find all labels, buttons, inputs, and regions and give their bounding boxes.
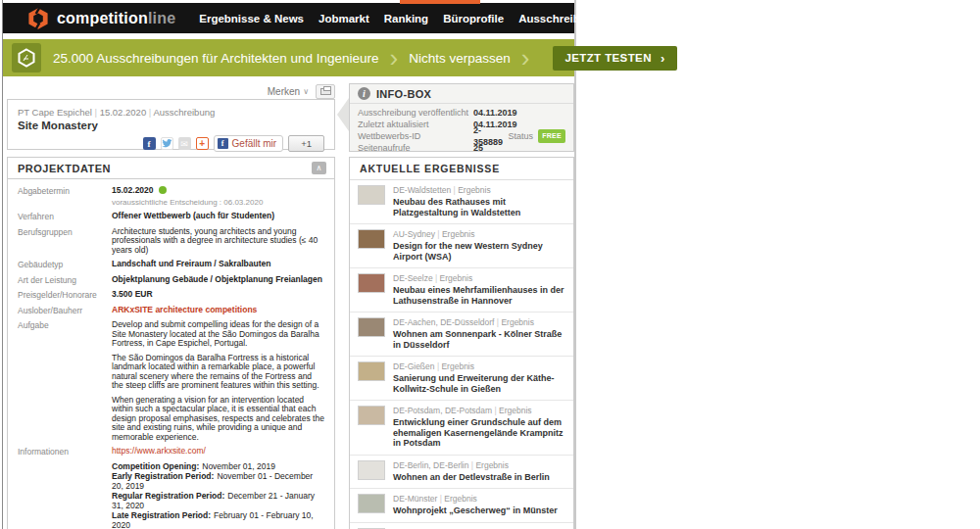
chevron-separator-icon: › [521,43,530,72]
chevron-down-icon: ∨ [303,87,309,96]
banner-headline: 25.000 Ausschreibungen für Architekten u… [53,51,379,66]
page-title: Site Monastery [18,120,324,131]
info-row: Wettbewerbs-ID 2-358889 Status Free [358,130,565,142]
result-thumbnail [358,229,385,249]
result-thumbnail [358,460,385,480]
projektdaten-panel: PROJEKTDATEN ∧ Abgabetermin 15.02.2020 v… [7,157,335,529]
field-verfahren: Verfahren Offener Wettbewerb (auch für S… [18,212,324,222]
field-preisgelder: Preisgelder/Honorare 3.500 EUR [18,290,324,301]
screenshot-canvas: competitionline Ergebnisse & News Jobmar… [0,0,980,529]
hamburger-menu-icon[interactable] [680,8,697,28]
active-tab-indicator [400,0,480,4]
nav-items: Ergebnisse & News Jobmarkt Ranking Bürop… [199,13,613,24]
breadcrumb-type: Ausschreibung [146,107,215,118]
top-nav: competitionline Ergebnisse & News Jobmar… [3,3,574,33]
projektdaten-body: Abgabetermin 15.02.2020 voraussichtliche… [8,179,334,529]
brand-name: competitionline [57,10,175,27]
field-gebaeudetyp: Gebäudetyp Landschaft und Freiraum / Sak… [18,260,324,270]
info-box-title: INFO-BOX [376,88,431,100]
page: competitionline Ergebnisse & News Jobmar… [2,0,576,529]
print-button[interactable] [316,84,335,99]
result-thumbnail [358,185,385,205]
nav-item-bueroprofile[interactable]: Büroprofile [443,13,504,24]
aufgabe-paragraph: The São Domingos da Baralha Fortress is … [112,354,324,391]
info-box-body: Ausschreibung veröffentlicht 04.11.2019 … [350,104,573,152]
facebook-like-button[interactable]: f Gefällt mir [214,135,284,152]
merken-dropdown[interactable]: Merken ∨ [268,86,309,97]
chevron-separator-icon: › [390,43,399,72]
banner-hexagon-icon [12,43,41,72]
jetzt-testen-button[interactable]: JETZT TESTEN › [553,46,676,71]
listing-toolbar: Merken ∨ [7,83,335,99]
field-art-der-leistung: Art der Leistung Objektplanung Gebäude /… [18,275,324,286]
projektdaten-title: PROJEKTDATEN [18,163,111,174]
field-informationen: Informationen https://www.arkxsite.com/ … [18,447,324,529]
result-list-item[interactable]: DE-Aachen, DE-DüsseldorfErgebnis Wohnen … [350,313,573,357]
result-thumbnail [358,494,385,513]
competition-schedule: Competition Opening:November 01, 2019 Ea… [112,461,324,529]
result-list-item[interactable]: DE-WaldstettenErgebnis Neubau des Rathau… [350,180,573,224]
info-icon: i [358,87,370,100]
result-list-item[interactable]: DE-Potsdam, DE-PotsdamErgebnis Entwicklu… [350,401,573,456]
field-aufgabe: Aufgabe Develop and submit compelling id… [18,320,324,442]
login-link[interactable]: Anmelden [613,13,664,24]
aufgabe-paragraph: Develop and submit compelling ideas for … [112,320,324,349]
info-row: Seitenaufrufe 25 [358,142,565,152]
facebook-share-icon[interactable]: f [143,137,156,150]
info-website-link[interactable]: https://www.arkxsite.com/ [112,446,206,456]
result-list-item[interactable]: DE-Hamburg, DE-HamburgErgebnis HafenCity… [350,523,573,529]
aktuelle-ergebnisse-panel: AKTUELLE ERGEBNISSE DE-WaldstettenErgebn… [349,157,574,529]
info-box: i INFO-BOX Ausschreibung veröffentlicht … [349,83,574,152]
arrow-right-icon: › [661,51,665,66]
logo[interactable]: competitionline [26,7,175,30]
result-list-item[interactable]: DE-Berlin, DE-BerlinErgebnis Wohnen an d… [350,456,573,490]
nav-item-ranking[interactable]: Ranking [384,13,428,24]
nav-item-ergebnisse-news[interactable]: Ergebnisse & News [199,13,304,24]
nav-item-ausschreibungen[interactable]: Ausschreibungen [518,13,613,24]
deadline-status-dot [159,186,167,194]
nav-item-jobmarkt[interactable]: Jobmarkt [318,13,369,24]
collapse-sidebar-arrow[interactable] [337,98,349,131]
breadcrumb: PT Cape Espichel15.02.2020Ausschreibung [18,107,324,118]
aktuelle-ergebnisse-title: AKTUELLE ERGEBNISSE [350,158,573,180]
status-label: Status [509,130,534,142]
auslober-link[interactable]: ARKxSITE architecture competitions [112,306,324,316]
result-thumbnail [358,273,385,293]
google-plus-one-button[interactable]: +1 [288,135,324,152]
aufgabe-paragraph: When generating a vision for an interven… [112,396,324,443]
field-abgabetermin: Abgabetermin 15.02.2020 voraussichtliche… [18,186,324,207]
result-thumbnail [358,361,385,381]
result-list-item[interactable]: DE-GießenErgebnis Sanierung und Erweiter… [350,357,573,401]
result-list-item[interactable]: DE-SeelzeErgebnis Neubau eines Mehrfamil… [350,268,573,313]
info-box-header: i INFO-BOX [350,84,573,104]
result-list-item[interactable]: AU-SydneyErgebnis Design for the new Wes… [350,224,573,268]
decision-note: voraussichtliche Entscheidung : 06.03.20… [112,198,324,208]
projektdaten-header: PROJEKTDATEN ∧ [8,158,334,179]
info-row: Ausschreibung veröffentlicht 04.11.2019 [358,107,565,119]
twitter-share-icon[interactable] [161,137,173,150]
banner-tagline: Nichts verpassen [409,51,511,66]
result-thumbnail [358,317,385,337]
side-column: i INFO-BOX Ausschreibung veröffentlicht … [349,83,574,529]
field-berufsgruppen: Berufsgruppen Architecture students, you… [18,227,324,256]
printer-icon [320,88,331,95]
result-thumbnail [358,406,385,425]
collapse-panel-button[interactable]: ∧ [312,162,326,174]
field-auslober: Auslober/Bauherr ARKxSITE architecture c… [18,306,324,316]
hexagon-logo-icon [26,7,50,30]
status-badge: Free [538,129,565,143]
breadcrumb-location: PT Cape Espichel [18,107,92,118]
listing-header: PT Cape Espichel15.02.2020Ausschreibung … [7,99,335,150]
facebook-icon: f [218,138,228,149]
deadline-date: 15.02.2020 [112,185,154,195]
breadcrumb-date: 15.02.2020 [92,107,146,118]
promo-banner: 25.000 Ausschreibungen für Architekten u… [3,39,574,76]
social-share-row: f ✉ + f Gefällt mir +1 [18,135,324,152]
main-column: Merken ∨ PT Cape Espichel15.02.2020Aussc… [7,83,335,529]
email-share-icon[interactable]: ✉ [178,137,191,150]
result-list-item[interactable]: DE-MünsterErgebnis Wohnprojekt „Gescherw… [350,489,573,523]
add-share-icon[interactable]: + [196,137,209,150]
